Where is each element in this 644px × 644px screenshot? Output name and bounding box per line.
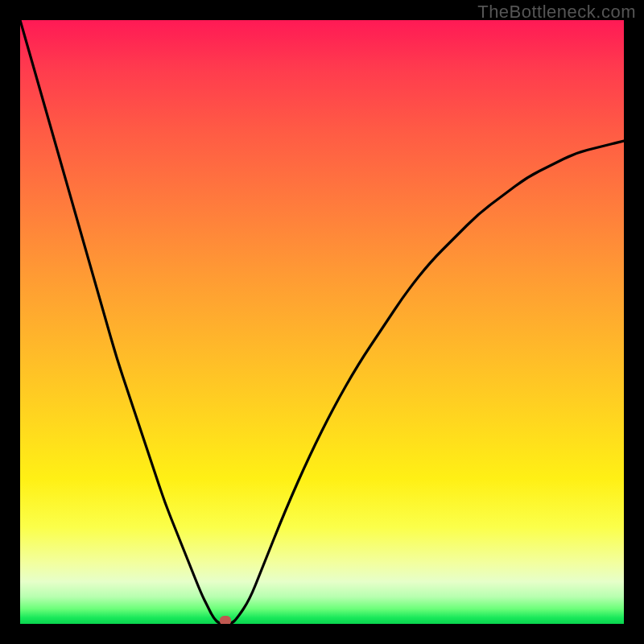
plot-area (20, 20, 624, 624)
chart-canvas: TheBottleneck.com (0, 0, 644, 644)
watermark-text: TheBottleneck.com (477, 2, 636, 23)
bottleneck-curve (20, 20, 624, 624)
current-point-marker (220, 616, 231, 624)
